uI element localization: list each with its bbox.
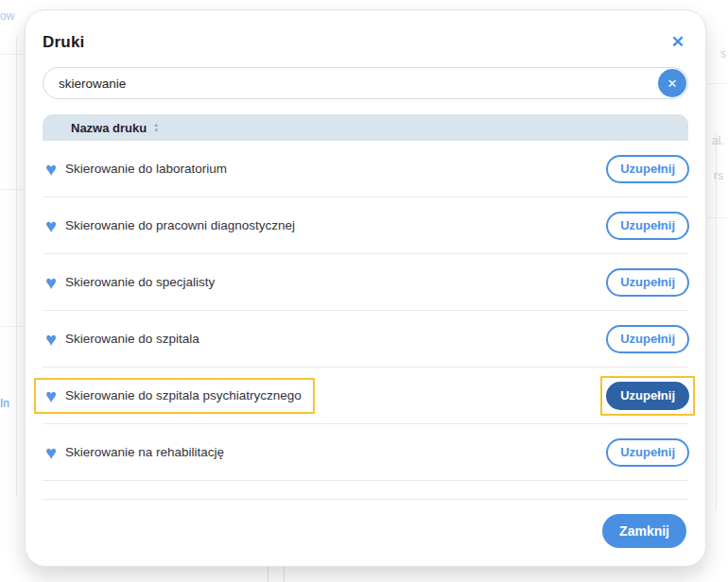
form-name: Skierowanie do pracowni diagnostycznej (65, 218, 295, 232)
clear-icon: ✕ (667, 77, 678, 90)
background-divider (0, 326, 24, 327)
action-button-wrap: Uzupełnij (600, 319, 695, 359)
modal-footer: Zamknij (43, 500, 688, 548)
form-name: Skierowanie do specjalisty (65, 275, 215, 289)
action-button-wrap: Uzupełnij (600, 433, 695, 472)
footer-divider (43, 481, 688, 500)
form-name-group: ♥ Skierowanie do szpitala psychiatryczne… (34, 378, 315, 414)
form-list-item: ♥ Skierowanie do laboratorium Uzupełnij (43, 141, 688, 197)
action-button-wrap: Uzupełnij (600, 376, 695, 416)
background-text-fragment: rs (714, 169, 723, 182)
search-field: ✕ (43, 67, 688, 99)
form-name: Skierowanie na rehabilitację (65, 445, 224, 459)
form-list-item: ♥ Skierowanie do szpitala psychiatryczne… (43, 368, 688, 424)
column-header-nazwa-druku[interactable]: Nazwa druku (71, 121, 147, 135)
clear-search-button[interactable]: ✕ (658, 69, 686, 97)
zamknij-button[interactable]: Zamknij (602, 514, 686, 548)
favorite-heart-icon[interactable]: ♥ (45, 217, 57, 234)
background-divider (284, 567, 285, 582)
favorite-heart-icon[interactable]: ♥ (45, 274, 57, 291)
favorite-heart-icon[interactable]: ♥ (45, 387, 57, 404)
background-text-fragment: s (720, 47, 726, 60)
sort-icon: ▲ ▼ (153, 122, 159, 133)
form-list-item: ♥ Skierowanie do szpitala Uzupełnij (43, 311, 688, 368)
action-button-wrap: Uzupełnij (600, 149, 695, 189)
favorite-heart-icon[interactable]: ♥ (45, 331, 57, 348)
favorite-heart-icon[interactable]: ♥ (45, 161, 57, 178)
druki-modal: Druki ✕ ✕ Nazwa druku ▲ ▼ ♥ Skierowanie (25, 9, 706, 567)
uzupelnij-button[interactable]: Uzupełnij (606, 155, 689, 183)
form-name-group: ♥ Skierowanie do szpitala (34, 321, 213, 357)
form-name-group: ♥ Skierowanie do laboratorium (34, 151, 240, 187)
forms-list: ♥ Skierowanie do laboratorium Uzupełnij … (43, 141, 688, 481)
form-list-item: ♥ Skierowanie do specjalisty Uzupełnij (43, 254, 688, 311)
modal-header: Druki ✕ (43, 33, 688, 52)
background-text-fragment: ow (0, 9, 14, 23)
form-name-group: ♥ Skierowanie do specjalisty (34, 265, 228, 300)
uzupelnij-button[interactable]: Uzupełnij (606, 382, 689, 410)
form-list-item: ♥ Skierowanie na rehabilitację Uzupełnij (43, 424, 688, 481)
background-divider (16, 38, 17, 496)
background-divider (268, 567, 269, 582)
background-divider (707, 217, 728, 218)
screen: owInsal.rs Druki ✕ ✕ Nazwa druku ▲ ▼ (0, 0, 728, 582)
uzupelnij-button[interactable]: Uzupełnij (606, 212, 689, 240)
form-name: Skierowanie do laboratorium (65, 162, 227, 176)
action-button-wrap: Uzupełnij (600, 263, 695, 302)
modal-title: Druki (43, 33, 84, 52)
uzupelnij-button[interactable]: Uzupełnij (606, 325, 689, 353)
uzupelnij-button[interactable]: Uzupełnij (606, 438, 689, 467)
background-text-fragment: al. (712, 134, 724, 147)
background-divider (707, 83, 728, 84)
background-text-fragment: In (0, 397, 9, 410)
form-name-group: ♥ Skierowanie na rehabilitację (34, 435, 237, 471)
search-input[interactable] (43, 68, 653, 98)
uzupelnij-button[interactable]: Uzupełnij (606, 268, 689, 297)
form-name: Skierowanie do szpitala psychiatrycznego (65, 388, 302, 402)
background-divider (0, 54, 24, 55)
close-icon[interactable]: ✕ (671, 34, 685, 50)
form-name: Skierowanie do szpitala (65, 332, 199, 346)
favorite-heart-icon[interactable]: ♥ (45, 444, 57, 461)
background-divider (0, 189, 24, 190)
form-name-group: ♥ Skierowanie do pracowni diagnostycznej (34, 208, 308, 244)
table-header[interactable]: Nazwa druku ▲ ▼ (43, 114, 688, 141)
action-button-wrap: Uzupełnij (600, 206, 695, 246)
form-list-item: ♥ Skierowanie do pracowni diagnostycznej… (43, 197, 688, 254)
background-divider (716, 132, 717, 510)
sort-down-icon: ▼ (153, 128, 159, 133)
